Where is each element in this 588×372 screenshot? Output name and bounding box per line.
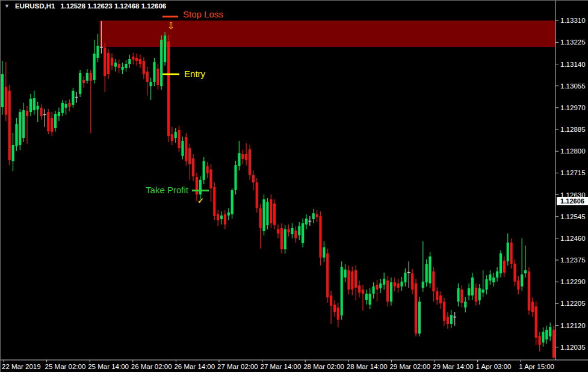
time-axis-label: 25 Mar 14:00	[88, 363, 129, 370]
candle-body	[26, 111, 28, 116]
time-axis-label: 27 Mar 02:00	[217, 363, 258, 370]
candle-body	[333, 305, 336, 312]
chevron-down-icon[interactable]: ▼	[4, 3, 10, 9]
candle-body	[386, 281, 389, 302]
candle-body	[312, 213, 315, 219]
price-axis-label: 1.12205	[560, 300, 586, 307]
candle-body	[521, 274, 523, 287]
candle-body	[326, 253, 329, 297]
candle-body	[86, 73, 88, 81]
price-axis-label: 1.13225	[560, 39, 586, 46]
candle-body	[149, 82, 152, 86]
candle-body	[241, 154, 244, 159]
candle-body	[33, 98, 36, 110]
candle-body	[72, 91, 74, 105]
candle-body	[347, 270, 350, 290]
price-axis-label: 1.13310	[560, 17, 586, 24]
doji-dash	[100, 47, 103, 48]
time-axis-label: 1 Apr 15:00	[519, 363, 554, 370]
candle-body	[273, 203, 276, 225]
candle-body	[418, 302, 421, 333]
candle-body	[51, 118, 53, 132]
candle-body	[164, 36, 166, 62]
time-axis-label: 26 Mar 02:00	[131, 363, 172, 370]
candle-body	[224, 214, 226, 225]
candle-body	[376, 285, 378, 290]
candle-body	[422, 282, 424, 288]
entry-label: Entry	[184, 69, 205, 79]
candle-body	[199, 180, 202, 194]
candle-body	[259, 208, 262, 228]
candle-body	[277, 229, 279, 234]
candle-body	[436, 291, 438, 300]
chart-background	[1, 1, 588, 372]
candle-body	[351, 271, 353, 290]
price-axis-label: 1.12290	[560, 278, 586, 285]
candle-body	[528, 271, 530, 311]
candle-body	[234, 165, 237, 190]
candle-body	[404, 273, 406, 282]
candle-body	[517, 281, 519, 290]
take-profit-label: Take Profit	[146, 185, 188, 195]
candle-body	[29, 99, 32, 112]
sell-arrow-icon: ⇩	[167, 21, 175, 30]
candle-body	[139, 59, 141, 64]
candle-body	[315, 214, 318, 217]
candle-body	[439, 296, 442, 303]
candle-body	[252, 175, 255, 182]
candle-body	[238, 153, 240, 166]
candle-body	[510, 243, 512, 264]
candle-body	[178, 130, 180, 148]
candle-body	[90, 73, 92, 81]
price-axis-label: 1.12970	[560, 104, 586, 111]
candlestick-chart[interactable]: 1.133101.132251.131401.130551.129701.128…	[1, 1, 588, 372]
candle-body	[457, 288, 459, 302]
candle-body	[369, 294, 371, 305]
candle-body	[478, 288, 481, 300]
candle-body	[443, 302, 445, 321]
candle-body	[203, 161, 205, 180]
candle-body	[156, 69, 159, 85]
entry-marker-line	[162, 73, 179, 75]
take-profit-marker-line	[192, 190, 209, 191]
candle-body	[415, 284, 417, 333]
doji-dash	[308, 221, 311, 222]
candle-body	[354, 270, 357, 288]
price-axis-label: 1.13140	[560, 61, 586, 68]
candle-body	[143, 61, 145, 74]
candle-body	[464, 302, 466, 308]
candle-body	[365, 294, 368, 300]
candle-body	[185, 137, 187, 161]
mt4-chart-window: 1.133101.132251.131401.130551.129701.128…	[0, 0, 588, 372]
candle-body	[245, 154, 247, 160]
candle-body	[192, 158, 194, 176]
candle-body	[93, 54, 96, 80]
candle-body	[471, 277, 474, 296]
candle-body	[319, 216, 321, 258]
candle-body	[22, 110, 25, 138]
candle-body	[330, 296, 332, 306]
time-axis-label: 28 Mar 02:00	[303, 363, 344, 370]
candle-body	[513, 264, 516, 282]
candle-body	[1, 74, 4, 107]
time-axis-label: 27 Mar 14:00	[261, 363, 302, 370]
candle-body	[270, 199, 272, 223]
candle-body	[341, 267, 343, 315]
candle-body	[552, 330, 555, 358]
time-axis-label: 29 Mar 14:00	[433, 363, 474, 370]
candle-body	[524, 270, 527, 273]
candle-body	[122, 67, 124, 70]
candle-body	[489, 274, 491, 281]
candle-body	[372, 287, 374, 294]
candle-body	[132, 57, 134, 60]
candle-body	[5, 87, 7, 115]
candle-body	[298, 226, 300, 235]
candle-body	[40, 108, 42, 116]
candle-body	[209, 169, 212, 188]
candle-body	[96, 46, 99, 58]
candle-body	[485, 279, 487, 290]
candle-body	[531, 302, 534, 312]
time-axis-label: 25 Mar 02:00	[45, 363, 86, 370]
candle-body	[379, 284, 382, 288]
candle-body	[542, 332, 544, 343]
